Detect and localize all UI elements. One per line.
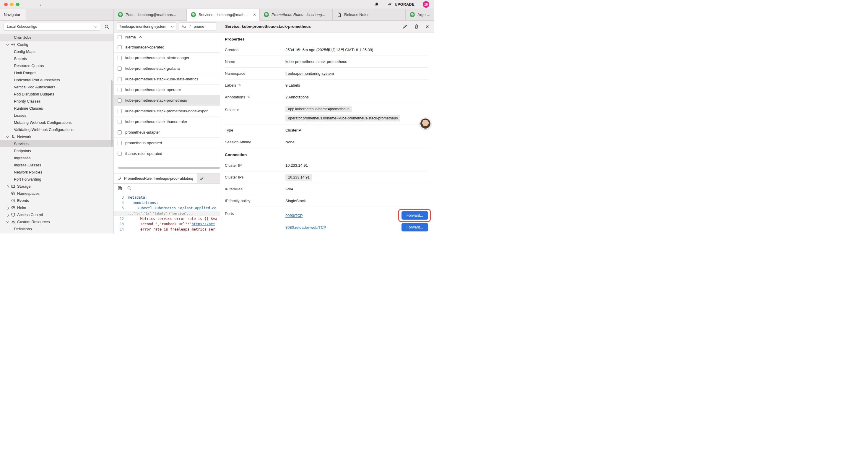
sidebar-item-endpoints[interactable]: Endpoints (0, 147, 114, 154)
navigator-panel-tab[interactable]: Navigator (0, 9, 26, 20)
sidebar-item-pod-disruption-budgets[interactable]: Pod Disruption Budgets (0, 90, 114, 97)
horizontal-scrollbar[interactable] (118, 167, 220, 169)
row-checkbox[interactable] (118, 141, 122, 145)
chevron-right-icon[interactable] (5, 207, 9, 209)
row-checkbox[interactable] (118, 45, 122, 49)
back-icon[interactable]: ← (26, 2, 32, 7)
upgrade-button[interactable]: UPGRADE (387, 2, 414, 7)
table-row[interactable]: thanos-ruler-operated (114, 148, 220, 159)
tab-prometheus-rules[interactable]: ☸ Prometheus Rules - icecheng... (260, 9, 333, 20)
sidebar-item-secrets[interactable]: Secrets (0, 55, 114, 62)
tab-argo[interactable]: ☸ Argo Se... (406, 9, 434, 20)
kubeconfig-select[interactable]: Local Kubeconfigs (4, 23, 100, 31)
sidebar-item-ingresses[interactable]: Ingresses (0, 154, 114, 162)
row-checkbox[interactable] (118, 120, 122, 124)
row-checkbox[interactable] (118, 109, 122, 113)
namespace-link[interactable]: freeleaps-monitoring-system (285, 71, 334, 76)
namespace-select[interactable]: freeleaps-monitoring-system (117, 23, 176, 30)
sidebar-item-storage[interactable]: Storage (0, 183, 114, 190)
tab-services[interactable]: ☸ Services - icecheng@math... × (187, 9, 260, 21)
save-icon[interactable] (118, 186, 122, 191)
chevron-down-icon[interactable] (5, 221, 9, 223)
sidebar-item-events[interactable]: Events (0, 197, 114, 204)
tab-release-notes[interactable]: Release Notes (333, 9, 406, 20)
code-url[interactable]: https://net (191, 222, 215, 226)
sidebar-item-namespaces[interactable]: Namespaces (0, 190, 114, 197)
table-row[interactable]: kube-prometheus-stack-alertmanager (114, 53, 220, 63)
list-search-input[interactable]: Aa .* prome (179, 23, 217, 30)
sidebar-item-helm[interactable]: Helm (0, 204, 114, 211)
property-value[interactable]: 9 Labels (285, 83, 300, 87)
close-icon[interactable]: × (253, 12, 256, 17)
yaml-editor[interactable]: 3metadata: 4annotations: 5kubectl.kubern… (114, 193, 220, 233)
sidebar-item-resource-quotas[interactable]: Resource Quotas (0, 62, 114, 69)
table-row[interactable]: alertmanager-operated (114, 42, 220, 53)
sidebar-item-mutating-webhook-configurations[interactable]: Mutating Webhook Configurations (0, 119, 114, 126)
chevron-down-icon[interactable] (5, 136, 9, 138)
sidebar-item-leases[interactable]: Leases (0, 112, 114, 119)
row-checkbox[interactable] (118, 77, 122, 81)
floating-avatar[interactable] (420, 118, 431, 129)
notification-count-badge[interactable]: 15 (423, 1, 429, 8)
table-row[interactable]: kube-prometheus-stack-thanos-ruler (114, 116, 220, 127)
sidebar-item-priority-classes[interactable]: Priority Classes (0, 97, 114, 105)
editor-tab-partial[interactable] (197, 174, 204, 183)
close-window-button[interactable] (4, 3, 8, 6)
sort-asc-icon[interactable] (139, 36, 142, 39)
table-row[interactable]: kube-prometheus-stack-prometheus-node-ex… (114, 106, 220, 116)
table-row[interactable]: kube-prometheus-stack-grafana (114, 63, 220, 74)
sidebar-item-runtime-classes[interactable]: Runtime Classes (0, 105, 114, 112)
sidebar-item-config-maps[interactable]: Config Maps (0, 48, 114, 55)
editor-tab-prometheusrule[interactable]: PrometheusRule: freeleaps-prod-rabbitmq (114, 174, 197, 183)
chevron-right-icon[interactable] (5, 185, 9, 187)
column-header-name[interactable]: Name (125, 35, 136, 39)
row-checkbox[interactable] (118, 88, 122, 92)
trash-icon[interactable] (414, 24, 419, 29)
table-row[interactable]: kube-prometheus-stack-kube-state-metrics (114, 74, 220, 85)
sidebar-item-ingress-classes[interactable]: Ingress Classes (0, 162, 114, 169)
sidebar-item-network[interactable]: Network (0, 133, 114, 140)
minimize-window-button[interactable] (10, 3, 13, 6)
select-all-checkbox[interactable] (118, 35, 122, 39)
zoom-window-button[interactable] (16, 3, 20, 6)
bell-icon[interactable] (374, 2, 379, 7)
sidebar-item-vertical-pod-autoscalers[interactable]: Vertical Pod Autoscalers (0, 83, 114, 90)
sidebar-item-cron-jobs[interactable]: Cron Jobs (0, 34, 114, 41)
table-row[interactable]: prometheus-operated (114, 138, 220, 148)
match-case-toggle[interactable]: Aa (182, 25, 186, 29)
sidebar-item-access-control[interactable]: Access Control (0, 211, 114, 218)
sidebar-item-network-policies[interactable]: Network Policies (0, 169, 114, 176)
sidebar-item-validating-webhook-configurations[interactable]: Validating Webhook Configurations (0, 126, 114, 133)
row-checkbox[interactable] (118, 56, 122, 60)
sidebar-item-custom-resources[interactable]: Custom Resources (0, 218, 114, 225)
sort-arrows-icon[interactable]: ⇅ (247, 95, 250, 99)
search-icon[interactable] (127, 186, 131, 191)
table-row-selected[interactable]: kube-prometheus-stack-prometheus (114, 95, 220, 106)
property-value[interactable]: 2 Annotations (285, 95, 309, 99)
regex-toggle[interactable]: .* (189, 25, 191, 29)
sidebar-item-limit-ranges[interactable]: Limit Ranges (0, 69, 114, 76)
sort-arrows-icon[interactable]: ⇅ (238, 83, 241, 87)
port-link[interactable]: 9090/TCP (285, 213, 303, 218)
port-link[interactable]: 8080:reloader-web/TCP (285, 225, 326, 230)
sidebar-item-port-forwarding[interactable]: Port Forwarding (0, 176, 114, 183)
chevron-down-icon[interactable] (5, 43, 9, 46)
forward-icon[interactable]: → (37, 2, 42, 7)
code-line-folded[interactable]: ..."for":"1m","labels":{"service":... (114, 211, 220, 216)
table-row[interactable]: kube-prometheus-stack-operator (114, 85, 220, 95)
table-row[interactable]: prometheus-adapter (114, 127, 220, 138)
sidebar-item-config[interactable]: Config (0, 41, 114, 48)
chevron-right-icon[interactable] (5, 214, 9, 216)
close-icon[interactable]: × (426, 24, 429, 30)
row-checkbox[interactable] (118, 130, 122, 135)
sidebar-item-definitions[interactable]: Definitions (0, 225, 114, 232)
sidebar-item-horizontal-pod-autoscalers[interactable]: Horizontal Pod Autoscalers (0, 76, 114, 83)
tab-pods[interactable]: ☸ Pods - icecheng@mathmas... (114, 9, 187, 20)
sidebar-item-services[interactable]: Services (0, 140, 114, 147)
forward-button[interactable]: Forward... (402, 211, 428, 220)
search-icon[interactable] (103, 24, 111, 29)
row-checkbox[interactable] (118, 152, 122, 156)
row-checkbox[interactable] (118, 66, 122, 71)
sidebar-scrollbar[interactable] (111, 80, 113, 147)
forward-button[interactable]: Forward... (402, 223, 428, 231)
